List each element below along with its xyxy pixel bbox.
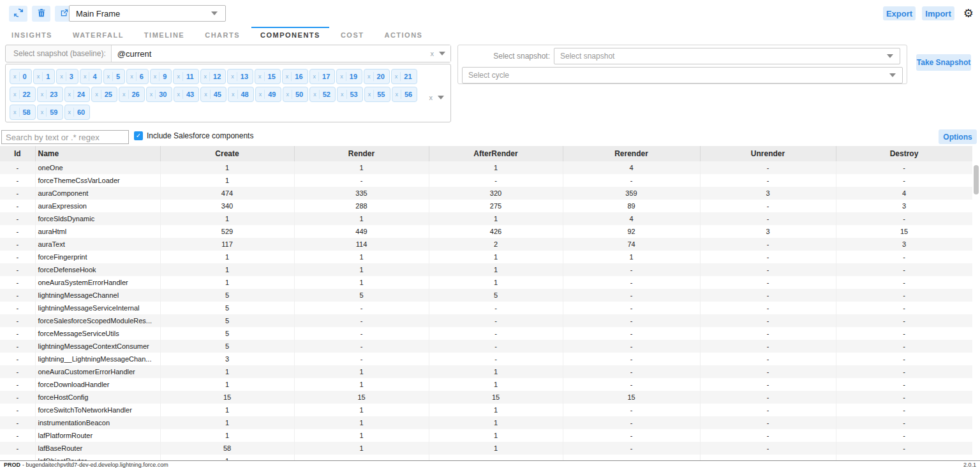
snapshot-chip-19[interactable]: x19	[336, 69, 362, 84]
snapshot-chip-45[interactable]: x45	[200, 87, 226, 102]
table-row[interactable]: -forceHostConfig15151515--	[0, 391, 972, 404]
chip-remove-icon[interactable]: x	[13, 73, 17, 80]
export-button[interactable]: Export	[883, 6, 916, 20]
snapshot-chip-1[interactable]: x1	[33, 69, 56, 84]
column-header-afterrender[interactable]: AfterRender	[429, 146, 563, 161]
chip-remove-icon[interactable]: x	[313, 91, 316, 98]
snapshot-chip-49[interactable]: x49	[255, 87, 281, 102]
cycle-select[interactable]: Select cycle	[462, 67, 903, 84]
chip-remove-icon[interactable]: x	[84, 73, 87, 80]
snapshot-chip-24[interactable]: x24	[64, 87, 91, 102]
tab-actions[interactable]: ACTIONS	[375, 27, 431, 41]
chip-remove-icon[interactable]: x	[130, 73, 133, 80]
baseline-combobox[interactable]: @current x	[111, 45, 450, 62]
table-row[interactable]: -oneAuraCustomerErrorHandler111---	[0, 365, 972, 378]
table-row[interactable]: -forceSwitchToNetworkHandler111---	[0, 404, 972, 416]
table-row[interactable]: -lafBaseRouter5811---	[0, 442, 972, 455]
table-row[interactable]: -forceDownloadHandler111---	[0, 378, 972, 391]
search-input[interactable]	[1, 130, 129, 144]
snapshot-chip-23[interactable]: x23	[37, 87, 63, 102]
snapshot-chip-53[interactable]: x53	[337, 87, 363, 102]
column-header-name[interactable]: Name	[35, 146, 160, 161]
snapshot-chip-20[interactable]: x20	[364, 69, 390, 84]
chip-remove-icon[interactable]: x	[286, 73, 289, 80]
table-row[interactable]: -oneOne1114--	[0, 161, 972, 174]
snapshot-chip-13[interactable]: x13	[227, 69, 253, 84]
table-row[interactable]: -lightning__LightningMessageChan...3----…	[0, 353, 972, 365]
chip-remove-icon[interactable]: x	[95, 91, 98, 98]
chip-remove-icon[interactable]: x	[154, 73, 157, 80]
chip-remove-icon[interactable]: x	[37, 73, 40, 80]
chip-remove-icon[interactable]: x	[341, 91, 344, 98]
chip-remove-icon[interactable]: x	[232, 91, 235, 98]
snapshot-select[interactable]: Select snapshot	[554, 48, 900, 64]
snapshot-chip-4[interactable]: x4	[80, 69, 102, 84]
chip-remove-icon[interactable]: x	[395, 73, 398, 80]
snapshot-chip-12[interactable]: x12	[200, 69, 226, 84]
column-header-rerender[interactable]: Rerender	[563, 146, 700, 161]
import-button[interactable]: Import	[922, 6, 954, 20]
snapshot-chip-48[interactable]: x48	[228, 87, 254, 102]
table-row[interactable]: -forceThemeCssVarLoader1-----	[0, 174, 972, 187]
snapshot-chip-60[interactable]: x60	[64, 105, 91, 120]
table-row[interactable]: -lafPlatformRouter111---	[0, 429, 972, 442]
table-row[interactable]: -auraExpression34028827589-3	[0, 200, 972, 212]
snapshot-chip-11[interactable]: x11	[173, 69, 198, 84]
column-header-render[interactable]: Render	[294, 146, 429, 161]
table-row[interactable]: -lightningMessageServiceInternal5-----	[0, 302, 972, 314]
column-header-id[interactable]: Id	[0, 146, 35, 161]
chip-remove-icon[interactable]: x	[68, 91, 71, 98]
table-row[interactable]: -forceSalesforceScopedModuleRes...5-----	[0, 314, 972, 327]
snapshot-chip-0[interactable]: x0	[10, 69, 32, 84]
snapshot-chip-55[interactable]: x55	[364, 87, 390, 102]
tab-cost[interactable]: COST	[332, 27, 373, 41]
table-row[interactable]: -lightningMessageContextConsumer5-----	[0, 340, 972, 353]
table-row[interactable]: -forceDefenseHook111---	[0, 263, 972, 276]
tab-timeline[interactable]: TIMELINE	[135, 27, 193, 41]
table-row[interactable]: -instrumentationBeacon111---	[0, 416, 972, 429]
column-header-destroy[interactable]: Destroy	[836, 146, 972, 161]
chip-remove-icon[interactable]: x	[204, 91, 207, 98]
chip-remove-icon[interactable]: x	[60, 73, 63, 80]
snapshot-chip-59[interactable]: x59	[37, 105, 63, 120]
snapshot-chip-15[interactable]: x15	[255, 69, 281, 84]
snapshot-chip-56[interactable]: x56	[392, 87, 418, 102]
snapshot-chip-25[interactable]: x25	[91, 87, 117, 102]
baseline-snapshot-select[interactable]: Select snapshot (baseline): @current x	[5, 45, 451, 62]
frame-select[interactable]: Main Frame	[69, 5, 226, 22]
chip-remove-icon[interactable]: x	[313, 73, 316, 80]
chip-remove-icon[interactable]: x	[231, 73, 234, 80]
snapshot-chip-26[interactable]: x26	[119, 87, 145, 102]
chip-remove-icon[interactable]: x	[68, 109, 71, 115]
refresh-button[interactable]	[9, 6, 27, 22]
table-row[interactable]: -auraText117114274-3	[0, 238, 972, 251]
chip-remove-icon[interactable]: x	[13, 109, 17, 115]
chip-remove-icon[interactable]: x	[177, 73, 180, 80]
table-row[interactable]: -forceMessageServiceUtils5-----	[0, 327, 972, 340]
snapshot-chip-3[interactable]: x3	[56, 69, 78, 84]
tab-waterfall[interactable]: WATERFALL	[64, 27, 133, 41]
chip-remove-icon[interactable]: x	[13, 91, 17, 98]
checkbox-checked-icon[interactable]: ✓	[134, 131, 143, 140]
tab-insights[interactable]: INSIGHTS	[3, 27, 61, 41]
snapshot-chip-43[interactable]: x43	[174, 87, 200, 102]
chip-remove-icon[interactable]: x	[177, 91, 181, 98]
snapshot-chip-9[interactable]: x9	[150, 69, 172, 84]
gear-icon[interactable]: ⚙	[963, 5, 974, 22]
chip-remove-icon[interactable]: x	[150, 91, 153, 98]
snapshot-chip-6[interactable]: x6	[126, 69, 149, 84]
table-row[interactable]: -forceSldsDynamic1114--	[0, 212, 972, 225]
chevron-down-icon[interactable]	[439, 52, 445, 55]
chip-remove-icon[interactable]: x	[122, 91, 126, 98]
table-row[interactable]: -auraComponent47433532035934	[0, 187, 972, 200]
table-row[interactable]: -forceFingerprint1111--	[0, 251, 972, 263]
chip-remove-icon[interactable]: x	[368, 73, 371, 80]
clear-button[interactable]	[32, 6, 50, 22]
chip-remove-icon[interactable]: x	[41, 91, 44, 98]
snapshot-chip-17[interactable]: x17	[309, 69, 336, 84]
table-row[interactable]: -lightningMessageChannel555---	[0, 289, 972, 302]
column-header-create[interactable]: Create	[160, 146, 294, 161]
chip-remove-icon[interactable]: x	[258, 73, 262, 80]
snapshot-chip-22[interactable]: x22	[10, 87, 36, 102]
include-salesforce-checkbox-wrap[interactable]: ✓ Include Salesforce components	[134, 131, 253, 140]
